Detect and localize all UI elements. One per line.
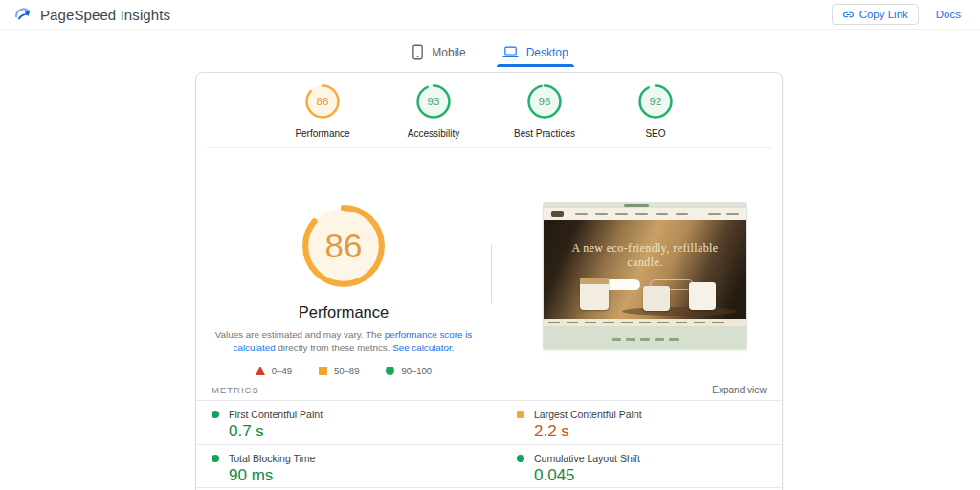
tab-desktop-label: Desktop — [526, 46, 568, 59]
thumb-nav-links — [575, 213, 708, 215]
metric-status-square — [517, 411, 524, 418]
expand-view-button[interactable]: Expand view — [712, 385, 767, 395]
legend-average-range: 50–89 — [319, 366, 359, 376]
metric-first-contentful-paint: First Contentful Paint 0.7 s — [196, 401, 489, 444]
summary-label: SEO — [619, 128, 692, 139]
report-card: 86 Performance 93 Accessibility 96 Best … — [195, 72, 783, 490]
metric-status-dot — [517, 455, 524, 462]
metric-cumulative-layout-shift: Cumulative Layout Shift 0.045 — [489, 445, 782, 487]
pagespeed-insights-page: PageSpeed Insights Copy Link Docs Mobile… — [0, 0, 980, 490]
metrics-row-2: Total Blocking Time 90 ms Cumulative Lay… — [196, 444, 782, 488]
pagespeed-logo-icon — [13, 5, 33, 24]
performance-score-gauge: 86 — [304, 83, 341, 120]
thumb-candle — [643, 286, 670, 311]
tab-mobile[interactable]: Mobile — [406, 38, 471, 66]
summary-label: Accessibility — [397, 128, 470, 139]
metric-label: Largest Contentful Paint — [534, 409, 642, 420]
desktop-laptop-icon — [502, 45, 519, 59]
metric-value: 2.2 s — [534, 422, 782, 441]
thumb-candle — [580, 278, 609, 310]
score-disclaimer: Values are estimated and may vary. The p… — [212, 328, 476, 355]
copy-link-button[interactable]: Copy Link — [832, 4, 919, 25]
thumb-ticker-strip — [544, 319, 746, 326]
page-screenshot-thumbnail: A new eco-friendly, refillable candle. — [543, 202, 747, 350]
accessibility-score-gauge: 93 — [415, 83, 452, 120]
mobile-phone-icon — [412, 44, 424, 60]
disclaimer-text: directly from these metrics. — [276, 343, 393, 353]
link-icon — [842, 9, 855, 21]
legend-fail-range: 0–49 — [256, 366, 292, 376]
thumb-announcement-bar — [544, 203, 746, 208]
pass-circle-icon — [386, 367, 394, 375]
summary-performance[interactable]: 86 Performance — [286, 83, 359, 139]
legend-range-label: 50–89 — [334, 366, 359, 376]
performance-heading: Performance — [196, 303, 491, 322]
performance-section: 86 Performance Values are estimated and … — [196, 148, 782, 379]
active-tab-indicator — [497, 64, 574, 67]
summary-seo[interactable]: 92 SEO — [619, 83, 692, 139]
app-header: PageSpeed Insights Copy Link Docs — [0, 0, 980, 30]
category-score-summary: 86 Performance 93 Accessibility 96 Best … — [196, 73, 782, 147]
page-title: PageSpeed Insights — [40, 7, 170, 23]
tab-desktop[interactable]: Desktop — [497, 38, 574, 66]
thumb-hero-headline: A new eco-friendly, refillable candle. — [544, 241, 746, 270]
thumb-pill — [624, 204, 649, 207]
metric-label: Total Blocking Time — [229, 453, 315, 464]
device-tabbar: Mobile Desktop — [0, 38, 980, 66]
score-legend: 0–49 50–89 90–100 — [196, 366, 491, 376]
summary-accessibility[interactable]: 93 Accessibility — [397, 83, 470, 139]
summary-best-practices[interactable]: 96 Best Practices — [508, 83, 581, 139]
legend-range-label: 90–100 — [401, 366, 432, 376]
seo-score-gauge: 92 — [637, 83, 674, 120]
fail-triangle-icon — [256, 367, 265, 375]
metrics-heading: METRICS — [212, 385, 259, 395]
thumb-site-logo — [551, 211, 564, 217]
performance-main-gauge: 86 — [300, 202, 388, 290]
metric-value: 0.045 — [534, 466, 782, 485]
metric-status-dot — [212, 411, 219, 418]
thumb-footer-strip — [544, 326, 746, 350]
disclaimer-text: Values are estimated and may vary. The — [215, 329, 385, 340]
summary-label: Best Practices — [508, 128, 581, 139]
column-divider — [491, 244, 492, 303]
copy-link-label: Copy Link — [859, 9, 908, 20]
average-square-icon — [319, 367, 327, 375]
best-practices-score-gauge: 96 — [526, 83, 563, 120]
docs-link[interactable]: Docs — [936, 9, 961, 20]
performance-gauge-column: 86 Performance Values are estimated and … — [196, 148, 491, 376]
metric-label: Cumulative Layout Shift — [534, 453, 640, 464]
thumb-wooden-board — [622, 307, 737, 316]
thumb-hero-image: A new eco-friendly, refillable candle. — [544, 220, 746, 319]
tab-mobile-label: Mobile — [432, 46, 465, 59]
metric-label: First Contentful Paint — [229, 409, 323, 420]
metrics-row-1: First Contentful Paint 0.7 s Largest Con… — [196, 400, 782, 444]
legend-range-label: 0–49 — [272, 366, 292, 376]
thumb-navbar — [544, 208, 746, 220]
metric-value: 0.7 s — [229, 422, 489, 441]
summary-label: Performance — [286, 128, 359, 139]
thumb-candle — [689, 282, 716, 310]
metric-total-blocking-time: Total Blocking Time 90 ms — [196, 445, 489, 487]
metric-status-dot — [212, 455, 219, 462]
metric-value: 90 ms — [229, 466, 489, 485]
thumb-nav-actions — [708, 213, 739, 215]
metric-largest-contentful-paint: Largest Contentful Paint 2.2 s — [489, 401, 782, 444]
see-calculator-link[interactable]: See calculator. — [392, 343, 454, 353]
metrics-header: METRICS Expand view — [196, 379, 782, 400]
legend-pass-range: 90–100 — [386, 366, 432, 376]
